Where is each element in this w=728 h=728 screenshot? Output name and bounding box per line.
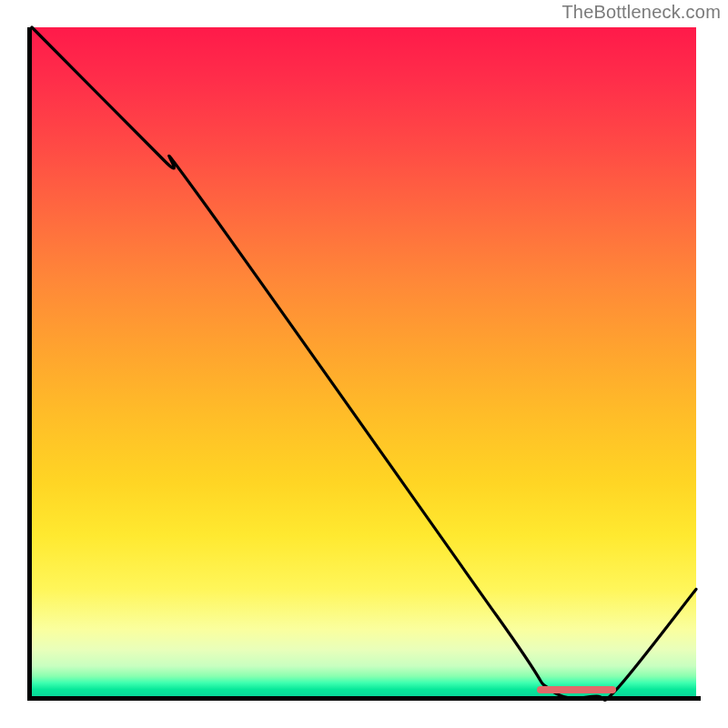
optimal-range-marker xyxy=(537,686,617,693)
bottleneck-curve xyxy=(32,27,696,696)
chart-plot-area xyxy=(32,27,696,696)
watermark-text: TheBottleneck.com xyxy=(561,2,721,23)
